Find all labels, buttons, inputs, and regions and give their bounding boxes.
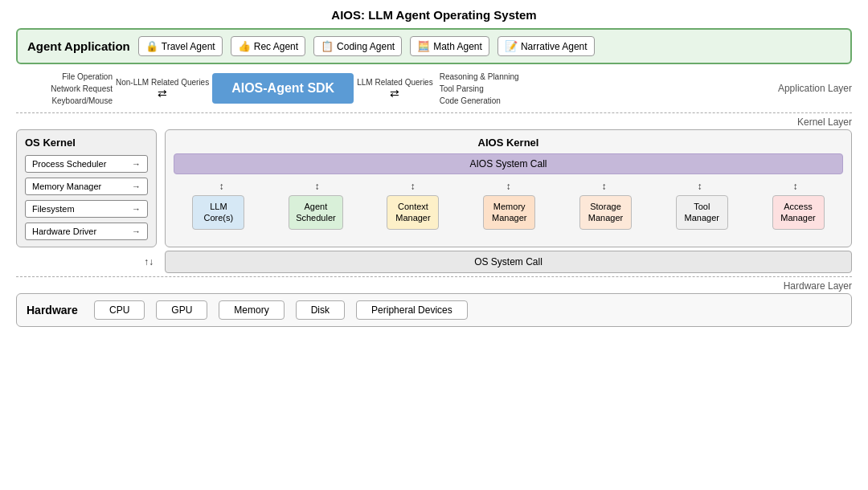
travel-agent-icon: 🔒 — [145, 40, 158, 52]
process-scheduler-arrow: → — [132, 159, 141, 169]
rec-agent-label: Rec Agent — [254, 41, 298, 52]
memory-pill: Memory — [219, 300, 284, 320]
hardware-layer-label-row: Hardware Layer — [16, 280, 852, 292]
coding-agent-label: Coding Agent — [337, 41, 395, 52]
mod-arrow-2: ↕ — [315, 181, 320, 192]
process-scheduler-label: Process Scheduler — [32, 159, 106, 169]
agent-scheduler-module: AgentScheduler — [289, 195, 343, 230]
sdk-row: File Operation Network Request Keyboard/… — [16, 67, 852, 109]
cpu-pill: CPU — [94, 300, 145, 320]
gpu-pill: GPU — [156, 300, 207, 320]
os-syscall-row: ↑↓ OS System Call — [16, 251, 852, 273]
os-kernel-title: OS Kernel — [25, 137, 148, 149]
mod-arrow-6: ↕ — [698, 181, 702, 192]
hardware-label: Hardware — [27, 304, 83, 316]
context-manager-module: ContextManager — [387, 195, 439, 230]
narrative-agent-icon: 📝 — [505, 40, 518, 52]
narrative-agent-label: Narrative Agent — [521, 41, 588, 52]
peripheral-devices-pill: Peripheral Devices — [356, 300, 468, 320]
aios-kernel-title: AIOS Kernel — [174, 137, 843, 149]
sdk-box: AIOS-Agent SDK — [212, 73, 354, 104]
storage-manager-module: StorageManager — [579, 195, 632, 230]
hardware-driver-item: Hardware Driver → — [25, 223, 148, 240]
process-scheduler-item: Process Scheduler → — [25, 155, 148, 173]
travel-agent-label: Travel Agent — [162, 41, 215, 52]
os-kernel-box: OS Kernel Process Scheduler → Memory Man… — [16, 129, 157, 247]
network-request-label: Network Request — [51, 83, 113, 95]
mod-arrow-3: ↕ — [411, 181, 416, 192]
hardware-driver-label: Hardware Driver — [32, 227, 96, 236]
right-labels: Reasoning & Planning Tool Parsing Code G… — [436, 71, 519, 107]
os-syscall-bar: OS System Call — [165, 251, 852, 273]
tool-manager-module: ToolManager — [676, 195, 728, 230]
page-title: AIOS: LLM Agent Operating System — [16, 8, 852, 22]
dashed-separator-2 — [16, 276, 852, 277]
mod-arrow-5: ↕ — [602, 181, 607, 192]
memory-manager-item: Memory Manager → — [25, 178, 148, 195]
math-agent-label: Math Agent — [433, 41, 482, 52]
kernel-layer-label: Kernel Layer — [797, 116, 852, 128]
tool-parsing-label: Tool Parsing — [440, 83, 519, 95]
file-operation-label: File Operation — [62, 71, 113, 83]
rec-agent-pill: 👍 Rec Agent — [231, 36, 305, 56]
filesystem-item: Filesystem → — [25, 200, 148, 218]
aios-kernel-box: AIOS Kernel AIOS System Call ↕ ↕ ↕ ↕ ↕ ↕… — [165, 129, 852, 247]
non-llm-label: Non-LLM Related Queries — [116, 78, 209, 87]
mod-arrow-1: ↕ — [219, 181, 224, 192]
memory-manager-arrow: → — [132, 182, 141, 191]
filesystem-label: Filesystem — [32, 204, 75, 214]
keyboard-mouse-label: Keyboard/Mouse — [51, 95, 113, 107]
memory-manager-label: Memory Manager — [32, 182, 101, 191]
math-agent-pill: 🧮 Math Agent — [410, 36, 489, 56]
dashed-separator-1 — [16, 112, 852, 113]
aios-modules-row: LLMCore(s) AgentScheduler ContextManager… — [174, 195, 843, 230]
mod-arrow-4: ↕ — [506, 181, 511, 192]
rec-agent-icon: 👍 — [238, 40, 251, 52]
llm-related-label: LLM Related Queries — [357, 78, 433, 87]
app-layer-label: Application Layer — [778, 83, 852, 94]
coding-agent-pill: 📋 Coding Agent — [313, 36, 402, 56]
agent-app-label: Agent Application — [27, 39, 130, 53]
right-double-arrow: ⇄ — [390, 87, 399, 100]
agent-application-box: Agent Application 🔒 Travel Agent 👍 Rec A… — [16, 28, 852, 64]
filesystem-arrow: → — [132, 204, 141, 214]
kernel-layer-label-row: Kernel Layer — [16, 116, 852, 128]
llm-cores-module: LLMCore(s) — [192, 195, 244, 230]
math-agent-icon: 🧮 — [417, 40, 430, 52]
left-labels: File Operation Network Request Keyboard/… — [16, 71, 113, 107]
hardware-box: Hardware CPU GPU Memory Disk Peripheral … — [16, 293, 852, 327]
os-kernel-items: Process Scheduler → Memory Manager → Fil… — [25, 155, 148, 240]
left-arrow-col: Non-LLM Related Queries ⇄ — [113, 78, 212, 100]
syscall-arrow-up: ↑↓ — [144, 256, 154, 267]
narrative-agent-pill: 📝 Narrative Agent — [497, 36, 595, 56]
hardware-driver-arrow: → — [132, 227, 141, 236]
reasoning-label: Reasoning & Planning — [440, 71, 519, 83]
kernel-section: OS Kernel Process Scheduler → Memory Man… — [16, 129, 852, 247]
access-manager-module: AccessManager — [772, 195, 825, 230]
mod-arrow-7: ↕ — [793, 181, 798, 192]
module-arrows: ↕ ↕ ↕ ↕ ↕ ↕ ↕ — [174, 181, 843, 192]
travel-agent-pill: 🔒 Travel Agent — [138, 36, 223, 56]
right-arrow-col: LLM Related Queries ⇄ — [354, 78, 436, 100]
memory-manager-module: MemoryManager — [483, 195, 535, 230]
os-syscall-spacer: ↑↓ — [16, 251, 157, 273]
left-double-arrow: ⇄ — [158, 87, 167, 100]
aios-syscall-bar: AIOS System Call — [174, 153, 843, 174]
code-gen-label: Code Generation — [440, 95, 519, 107]
hardware-layer-label: Hardware Layer — [784, 280, 852, 292]
disk-pill: Disk — [296, 300, 345, 320]
coding-agent-icon: 📋 — [321, 40, 334, 52]
